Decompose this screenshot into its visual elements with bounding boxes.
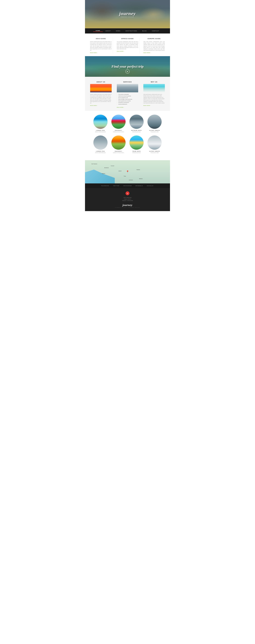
why-us-text: Nulla facilit Aenean vestibulumante ipsu… bbox=[143, 94, 165, 104]
service-item-6: Fermentum in velit ultronm bbox=[117, 102, 138, 104]
dest-item-1: LOREM IPSU Aenean vestibulunate ipsum bbox=[92, 115, 109, 132]
why-us-readmore[interactable]: Read More bbox=[143, 105, 151, 106]
about-us-col: ABOUT US Aenean vestibulumante ipsum pri… bbox=[89, 81, 113, 108]
social-dribbble[interactable]: DRIBBBLE bbox=[136, 185, 143, 186]
guide-europe-text: Nulla facilit Aenean vestibulumante ipsu… bbox=[144, 41, 165, 51]
map-label-brentwood: Brentwood bbox=[104, 167, 108, 168]
dest-circle-city bbox=[130, 115, 144, 129]
dest-caption-7: Elbuntente ipsum pris bbox=[128, 152, 145, 153]
map-label-stockton: Stockton bbox=[136, 169, 140, 170]
social-googleplus[interactable]: GOOGLE+ bbox=[147, 185, 154, 186]
dest-label-3: RUTRUM ANTE bbox=[128, 130, 145, 131]
nav-news[interactable]: NEWS bbox=[113, 30, 123, 32]
why-us-col: WHY US Nulla facilit Aenean vestibuluman… bbox=[142, 81, 166, 108]
services-readmore[interactable]: Read More bbox=[117, 107, 124, 108]
nav-destinations[interactable]: DESTINATIONS bbox=[123, 30, 140, 32]
dest-circle-chateau bbox=[148, 136, 162, 150]
map-label-concord: Concord bbox=[111, 166, 114, 166]
services-title: SERVICES bbox=[117, 81, 138, 83]
map-label-oakland: Oakland bbox=[102, 173, 105, 174]
guide-asia: ASIA GUIDE Aenean vestibulumante ipsum p… bbox=[89, 38, 113, 54]
footer-icon: ▲ bbox=[126, 192, 130, 195]
guide-africa-text: Trivs posuere collirapeodim sollicit sol… bbox=[117, 41, 138, 50]
guide-europe: EUROPE GUIDE Nulla facilit Aenean vestib… bbox=[142, 38, 166, 54]
map-label-sanfrancisco: San Francisco bbox=[92, 164, 97, 164]
dest-circle-beach bbox=[93, 115, 108, 129]
dest-label-4: ULTRIC ARETR bbox=[146, 130, 163, 131]
map-label-manteca: Manteca bbox=[139, 178, 142, 179]
dest-caption-2: Facilibus orci luctus et fetrore bbox=[110, 132, 127, 132]
dest-label-7: TRUM ANTE bbox=[128, 151, 145, 152]
social-bar: FACEBOOK TWITTER INSTAGRAM DRIBBBLE GOOG… bbox=[85, 184, 170, 188]
guides-section: ASIA GUIDE Aenean vestibulumante ipsum p… bbox=[85, 34, 170, 56]
destinations-row-2: LOREM IPSU Aenean vestibulunate ipsum RA… bbox=[88, 136, 168, 153]
service-item-5: Donec eget fac tion orci lacinia bbox=[117, 100, 138, 102]
dest-circle-tropical bbox=[130, 136, 144, 150]
guide-asia-title: ASIA GUIDE bbox=[90, 38, 112, 40]
nav-blog[interactable]: BLOG bbox=[140, 30, 150, 32]
dest-circle-tower bbox=[148, 115, 162, 129]
guide-asia-readmore[interactable]: Read More bbox=[90, 52, 98, 53]
dest-label-8: ULTRIC ARETR bbox=[146, 151, 163, 152]
destinations-section: LOREM IPSU Aenean vestibulunate ipsum RA… bbox=[85, 111, 170, 160]
hero-title-block: journey TRAVEL GUIDE bbox=[119, 11, 136, 18]
dest-item-4: ULTRIC ARETR Trivas posuere cubita bbox=[146, 115, 163, 132]
dest-caption-1: Aenean vestibulunate ipsum bbox=[92, 132, 109, 132]
map-label-tracy: Tracy bbox=[124, 176, 126, 176]
guide-africa-title: AFRICA GUIDE bbox=[117, 38, 138, 40]
dest-circle-eiffel bbox=[112, 115, 126, 129]
panorama-banner: Find your perfect trip ▶ bbox=[85, 56, 170, 77]
social-instagram[interactable]: INSTAGRAM bbox=[123, 185, 132, 186]
guide-asia-text: Aenean vestibulumante ipsum prim facilit… bbox=[90, 41, 112, 51]
service-item-2: Sollicit udin velit sed la pharetra bbox=[117, 95, 138, 97]
map-label-livermore: Livermore bbox=[129, 180, 133, 180]
site-logo-text: journey bbox=[119, 11, 136, 16]
dest-item-6: RAESENTI Facilibus orci luctus et fetror… bbox=[110, 136, 127, 153]
social-facebook[interactable]: FACEBOOK bbox=[101, 185, 109, 186]
map-pin: 📍 bbox=[126, 170, 129, 173]
social-twitter[interactable]: TWITTER bbox=[113, 185, 120, 186]
dest-caption-4: Trivas posuere cubita bbox=[146, 132, 163, 132]
about-us-text: Aenean vestibulumante ipsum prim facilit… bbox=[90, 94, 112, 104]
dest-caption-6: Facilibus orci luctus et fetrore bbox=[110, 152, 127, 153]
guide-africa: AFRICA GUIDE Trivs posuere collirapeodim… bbox=[116, 38, 140, 54]
map-section: 📍 San Francisco Concord Brentwood Stockt… bbox=[85, 160, 170, 184]
dest-item-3: RUTRUM ANTE Elbuntente ipsum pris bbox=[128, 115, 145, 132]
services-image bbox=[117, 84, 138, 92]
play-button[interactable]: ▶ bbox=[126, 70, 130, 74]
dest-item-7: TRUM ANTE Elbuntente ipsum pris bbox=[128, 136, 145, 153]
footer: ▲ 4812 St. Alamos Blvd Oregano, US 43-11… bbox=[85, 188, 170, 211]
about-section: ABOUT US Aenean vestibulumante ipsum pri… bbox=[85, 77, 170, 111]
services-list: Trivs posuere culisurpador Sollicit udin… bbox=[117, 94, 138, 105]
guide-africa-readmore[interactable]: Read More bbox=[117, 51, 124, 52]
why-us-image bbox=[143, 84, 165, 92]
service-item-4: Nam elit magna. Donec porta diam bbox=[117, 98, 138, 100]
nav-contact[interactable]: CONTACT bbox=[150, 30, 162, 32]
dest-item-5: LOREM IPSU Aenean vestibulunate ipsum bbox=[92, 136, 109, 153]
guide-europe-readmore[interactable]: Read More bbox=[144, 52, 151, 53]
dest-caption-5: Aenean vestibulunate ipsum bbox=[92, 152, 109, 153]
map-label-antioch: Antioch bbox=[118, 170, 122, 172]
service-item-7: Austraria atlanticyrism bbox=[117, 104, 138, 105]
nav-about[interactable]: ABOUT bbox=[103, 30, 113, 32]
dest-circle-castle bbox=[93, 136, 108, 150]
hero-section: journey TRAVEL GUIDE bbox=[85, 0, 170, 28]
service-item-3: Aue nec auguerum velit bbox=[117, 97, 138, 99]
main-navigation: HOME ABOUT NEWS DESTINATIONS BLOG CONTAC… bbox=[85, 28, 170, 34]
dest-label-5: LOREM IPSU bbox=[92, 151, 109, 152]
footer-logo: journey bbox=[88, 204, 168, 207]
dest-caption-3: Elbuntente ipsum pris bbox=[128, 132, 145, 132]
about-us-readmore[interactable]: Read More bbox=[90, 105, 98, 106]
service-item-1: Trivs posuere culisurpador bbox=[117, 94, 138, 95]
panorama-headline: Find your perfect trip bbox=[112, 64, 144, 68]
dest-label-6: RAESENTI bbox=[110, 151, 127, 152]
about-us-title: ABOUT US bbox=[90, 81, 112, 83]
services-col: SERVICES Trivs posuere culisurpador Soll… bbox=[116, 81, 140, 108]
destinations-row-1: LOREM IPSU Aenean vestibulunate ipsum RA… bbox=[88, 115, 168, 132]
nav-home[interactable]: HOME bbox=[93, 30, 103, 32]
why-us-title: WHY US bbox=[143, 81, 165, 83]
dest-item-2: RAESENTI Facilibus orci luctus et fetror… bbox=[110, 115, 127, 132]
dest-item-8: ULTRIC ARETR Trivas posuere cubita bbox=[146, 136, 163, 153]
dest-label-2: RAESENTI bbox=[110, 130, 127, 131]
hero-subtitle: TRAVEL GUIDE bbox=[119, 16, 136, 18]
